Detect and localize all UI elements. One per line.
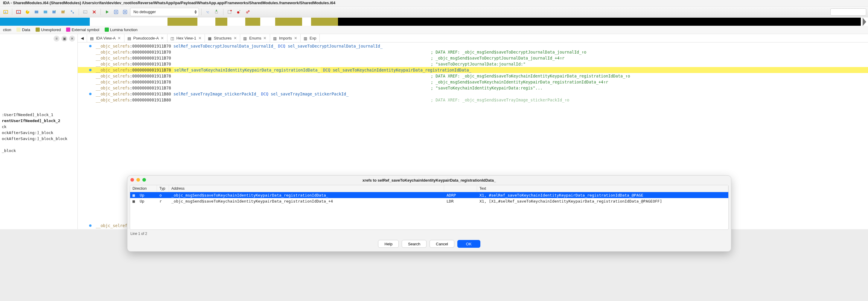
svg-text:A: A — [4, 10, 6, 13]
xrefs-dialog: xrefs to selRef_saveToKeychainIdentityKe… — [127, 175, 731, 229]
highlight-icon[interactable]: A — [2, 8, 9, 16]
svg-marker-16 — [106, 10, 108, 13]
svg-text:+: + — [239, 9, 241, 12]
code-icon[interactable] — [33, 8, 40, 16]
list-item[interactable]: ockAfterSaving:]_block_block — [2, 136, 76, 142]
list-item[interactable]: rentUserIfNeeded]_block_2 — [2, 118, 76, 124]
list-item[interactable] — [2, 142, 76, 148]
bp-del-icon[interactable] — [244, 8, 252, 16]
doc-icon: ▤ — [90, 36, 94, 40]
svg-rect-19 — [116, 11, 117, 13]
delete-icon[interactable] — [90, 8, 98, 16]
close-icon[interactable]: ✕ — [263, 36, 267, 40]
export-icon: ▥ — [304, 36, 308, 40]
svg-rect-13 — [84, 10, 87, 13]
debugger-label: No debugger — [133, 9, 156, 14]
close-icon[interactable]: ✕ — [161, 36, 164, 40]
bp-add-icon[interactable]: + — [235, 8, 243, 16]
function-list[interactable]: :UserIfNeeded]_block_1 rentUserIfNeeded]… — [0, 112, 78, 154]
list-item[interactable]: ockAfterSaving:]_block — [2, 130, 76, 136]
tab-structures[interactable]: ▦Structures✕ — [205, 34, 240, 42]
pause-icon[interactable] — [112, 8, 120, 16]
svg-text:ᵗC: ᵗC — [206, 10, 209, 13]
bp-list-icon[interactable] — [226, 8, 234, 16]
svg-rect-23 — [215, 11, 218, 13]
legend-item-function: ction — [3, 28, 11, 32]
close-icon[interactable]: ✕ — [198, 36, 202, 40]
pane-detach-icon[interactable]: ▣ — [61, 36, 67, 41]
import-icon: ▥ — [273, 36, 277, 40]
run-icon[interactable] — [103, 8, 111, 16]
tab-ida-view[interactable]: ▤IDA View-A✕ — [87, 34, 124, 42]
svg-rect-4 — [35, 10, 38, 13]
tab-exports[interactable]: ▥Exp — [301, 34, 319, 42]
arrow-left-icon[interactable]: ◀ — [78, 34, 87, 42]
dialog-title: xrefs to selRef_saveToKeychainIdentityKe… — [127, 178, 731, 185]
type-plus-icon[interactable]: + — [60, 8, 67, 16]
svg-text:+: + — [64, 9, 65, 12]
nav-strip[interactable] — [0, 17, 868, 26]
list-item[interactable]: :UserIfNeeded]_block_1 — [2, 112, 76, 118]
list-item[interactable]: ck — [2, 124, 76, 130]
svg-point-25 — [230, 10, 232, 11]
tab-imports[interactable]: ▥Imports✕ — [270, 34, 301, 42]
struct-icon: ▦ — [208, 36, 212, 40]
svg-rect-21 — [124, 11, 126, 12]
struct-plus-icon[interactable]: + — [51, 8, 58, 16]
data-icon[interactable] — [41, 8, 49, 16]
table-row[interactable]: ▦Upr_objc_msgSend$saveToKeychainIdentity… — [130, 198, 728, 204]
traffic-close-icon[interactable] — [130, 178, 134, 182]
svg-rect-18 — [116, 11, 116, 13]
search-input[interactable] — [830, 8, 866, 16]
functions-pane: ≡ ▣ ✕ :UserIfNeeded]_block_1 rentUserIfN… — [0, 34, 78, 229]
legend-item-unexplored: Unexplored — [36, 28, 61, 32]
tab-enums[interactable]: ▥Enums✕ — [240, 34, 270, 42]
svg-text:A: A — [18, 10, 20, 13]
nav-arrow-icon[interactable] — [863, 18, 866, 26]
pacman-icon[interactable] — [24, 8, 31, 16]
image-icon[interactable] — [81, 8, 89, 16]
tab-pseudocode[interactable]: ▤Pseudocode-A✕ — [124, 34, 167, 42]
pane-menu-icon[interactable]: ≡ — [54, 36, 60, 41]
legend-bar: ction Data Unexplored External symbol Lu… — [0, 26, 868, 34]
search-box[interactable] — [830, 8, 866, 16]
svg-line-12 — [72, 11, 73, 12]
svg-text:+: + — [55, 9, 57, 12]
traffic-min-icon[interactable] — [136, 178, 140, 182]
close-icon[interactable]: ✕ — [294, 36, 297, 40]
main-toolbar: A A + + No debugger ᵗC + — [0, 7, 868, 17]
pane-close-icon[interactable]: ✕ — [69, 36, 75, 41]
enum-icon: ▥ — [243, 36, 247, 40]
doc-icon: ▤ — [127, 36, 132, 40]
stop-icon[interactable] — [121, 8, 129, 16]
chevron-updown-icon — [194, 10, 197, 14]
xrefs-table[interactable]: Direction Typ Address Text ▦Upo_objc_msg… — [130, 185, 728, 229]
table-row[interactable]: ▦Upo_objc_msgSend$saveToKeychainIdentity… — [130, 192, 728, 198]
window-title: IDA - SharedModules.i64 (SharedModules) … — [0, 0, 868, 7]
legend-item-data: Data — [17, 28, 30, 32]
tab-hexview[interactable]: ◫Hex View-1✕ — [167, 34, 205, 42]
list-item[interactable]: _block — [2, 148, 76, 154]
flow-icon[interactable] — [68, 8, 76, 16]
step-c-icon[interactable]: ᵗC — [204, 8, 212, 16]
editor-tabs: ◀ ▤IDA View-A✕ ▤Pseudocode-A✕ ◫Hex View-… — [78, 34, 868, 42]
hex-icon: ◫ — [170, 36, 175, 40]
legend-item-lumina: Lumina function — [105, 28, 137, 32]
legend-item-external: External symbol — [66, 28, 99, 32]
table-header: Direction Typ Address Text — [130, 185, 728, 192]
text-red-icon[interactable]: A — [14, 8, 23, 16]
close-icon[interactable]: ✕ — [118, 36, 121, 40]
traffic-max-icon[interactable] — [143, 178, 146, 182]
step-out-icon[interactable] — [213, 8, 221, 16]
close-icon[interactable]: ✕ — [233, 36, 237, 40]
svg-rect-17 — [114, 10, 118, 14]
svg-rect-5 — [44, 10, 47, 13]
debugger-select[interactable]: No debugger — [130, 8, 199, 16]
